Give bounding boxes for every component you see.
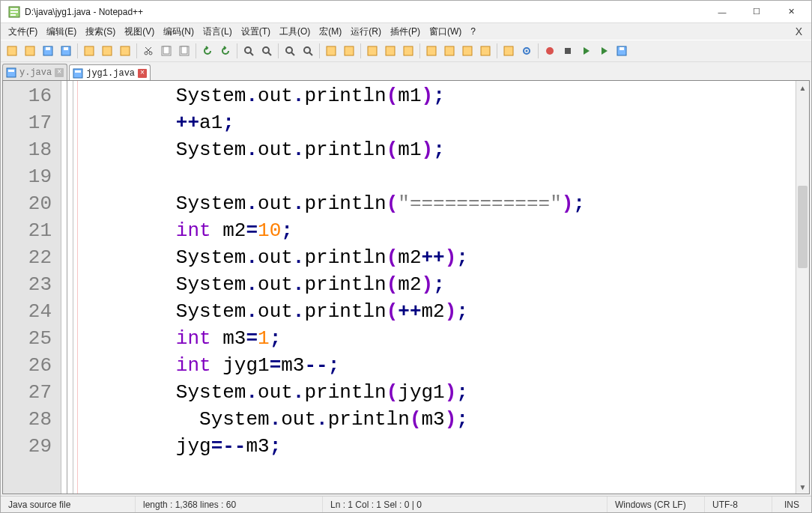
svg-line-29 [268, 52, 271, 55]
code-line[interactable]: int m3=1; [82, 325, 796, 352]
menu-encoding[interactable]: 编码(N) [159, 24, 199, 40]
folder-icon[interactable] [500, 43, 517, 59]
doc-list-icon[interactable] [459, 43, 476, 59]
code-line[interactable]: ++a1; [82, 109, 796, 136]
toolbar [1, 40, 811, 62]
status-filetype: Java source file [1, 497, 136, 512]
doc-map-icon[interactable] [441, 43, 458, 59]
scroll-thumb[interactable] [798, 186, 808, 268]
svg-rect-19 [163, 46, 169, 54]
scroll-up-icon[interactable]: ▲ [796, 81, 809, 94]
tab-y-java[interactable]: y.java× [2, 64, 67, 80]
line-number: 21 [3, 217, 52, 244]
svg-rect-36 [327, 46, 336, 55]
scroll-down-icon[interactable]: ▼ [796, 480, 809, 494]
status-bar: Java source file length : 1,368 lines : … [1, 496, 811, 512]
stop-icon[interactable] [560, 43, 576, 59]
code-line[interactable]: jyg=--m3; [82, 433, 796, 460]
sync-h-icon[interactable] [341, 43, 357, 59]
line-number: 22 [3, 244, 52, 271]
line-number-gutter: 1617181920212223242526272829 [3, 81, 61, 494]
monitor-icon[interactable] [518, 43, 535, 59]
tab-jyg1-java[interactable]: jyg1.java× [69, 64, 151, 81]
tab-close-icon[interactable]: × [138, 69, 147, 78]
save-all-icon[interactable] [58, 43, 74, 59]
mdi-close-button[interactable]: X [790, 25, 808, 37]
new-file-icon[interactable] [4, 43, 20, 59]
menu-language[interactable]: 语言(L) [199, 24, 237, 40]
show-all-icon[interactable] [382, 43, 399, 59]
undo-icon[interactable] [199, 43, 216, 59]
status-encoding[interactable]: UTF-8 [705, 497, 772, 512]
svg-rect-2 [10, 11, 18, 13]
line-number: 19 [3, 163, 52, 190]
code-line[interactable]: System.out.println(jyg1); [82, 379, 796, 406]
code-line[interactable]: System.out.println(m2); [82, 271, 796, 298]
menu-run[interactable]: 运行(R) [346, 24, 386, 40]
close-icon[interactable] [81, 43, 97, 59]
menu-window[interactable]: 窗口(W) [425, 24, 466, 40]
lang-icon[interactable] [423, 43, 440, 59]
sync-v-icon[interactable] [323, 43, 339, 59]
close-all-icon[interactable] [99, 43, 115, 59]
minimize-button[interactable]: — [705, 1, 739, 23]
save-icon[interactable] [40, 43, 56, 59]
svg-rect-37 [345, 46, 354, 55]
code-line[interactable]: System.out.println(m1); [82, 82, 796, 109]
code-line[interactable] [82, 163, 796, 190]
file-icon [73, 68, 83, 79]
code-line[interactable]: int m2=10; [82, 217, 796, 244]
print-icon[interactable] [117, 43, 133, 59]
code-line[interactable]: int jyg1=m3--; [82, 352, 796, 379]
code-line[interactable]: System.out.println(m1); [82, 136, 796, 163]
code-line[interactable]: System.out.println(++m2); [82, 298, 796, 325]
menu-view[interactable]: 视图(V) [120, 24, 159, 40]
menu-search[interactable]: 搜索(S) [81, 24, 120, 40]
svg-rect-44 [481, 46, 490, 55]
open-file-icon[interactable] [22, 43, 38, 59]
fold-margin[interactable] [61, 81, 73, 494]
svg-point-25 [245, 47, 251, 53]
close-window-button[interactable]: ✕ [774, 1, 808, 23]
menu-plugins[interactable]: 插件(P) [386, 24, 425, 40]
play-icon[interactable] [578, 43, 594, 59]
code-line[interactable]: System.out.println("============"); [82, 190, 796, 217]
zoom-out-icon[interactable] [300, 43, 316, 59]
zoom-in-icon[interactable] [282, 43, 298, 59]
save-macro-icon[interactable] [613, 43, 630, 59]
svg-rect-42 [445, 46, 454, 55]
wrap-icon[interactable] [364, 43, 381, 59]
menu-settings[interactable]: 设置(T) [237, 24, 275, 40]
svg-rect-10 [85, 46, 94, 55]
svg-rect-1 [10, 8, 18, 10]
status-eol[interactable]: Windows (CR LF) [608, 497, 705, 512]
code-line[interactable]: System.out.println(m2++); [82, 244, 796, 271]
play-multi-icon[interactable] [596, 43, 612, 59]
menu-macro[interactable]: 宏(M) [315, 24, 346, 40]
record-icon[interactable] [542, 43, 558, 59]
function-list-icon[interactable] [477, 43, 494, 59]
svg-rect-52 [565, 48, 571, 54]
find-icon[interactable] [240, 43, 257, 59]
paste-icon[interactable] [176, 43, 193, 59]
svg-point-31 [286, 47, 292, 53]
svg-line-32 [291, 52, 294, 55]
replace-icon[interactable] [258, 43, 275, 59]
tab-bar: y.java×jyg1.java× [1, 62, 811, 80]
code-line[interactable]: System.out.println(m3); [82, 406, 796, 433]
copy-icon[interactable] [158, 43, 175, 59]
vertical-scrollbar[interactable]: ▲ ▼ [796, 81, 809, 494]
code-editor[interactable]: System.out.println(m1); ++a1; System.out… [78, 81, 796, 494]
menu-help[interactable]: ? [466, 25, 480, 38]
menu-edit[interactable]: 编辑(E) [42, 24, 81, 40]
tab-close-icon[interactable]: × [55, 68, 64, 77]
indent-guide-icon[interactable] [400, 43, 416, 59]
menu-file[interactable]: 文件(F) [4, 24, 42, 40]
status-insert-mode[interactable]: INS [772, 497, 811, 512]
status-length: length : 1,368 lines : 60 [136, 497, 323, 512]
redo-icon[interactable] [217, 43, 234, 59]
menu-tools[interactable]: 工具(O) [275, 24, 315, 40]
svg-point-48 [526, 50, 528, 52]
cut-icon[interactable] [140, 43, 157, 59]
maximize-button[interactable]: ☐ [739, 1, 774, 23]
